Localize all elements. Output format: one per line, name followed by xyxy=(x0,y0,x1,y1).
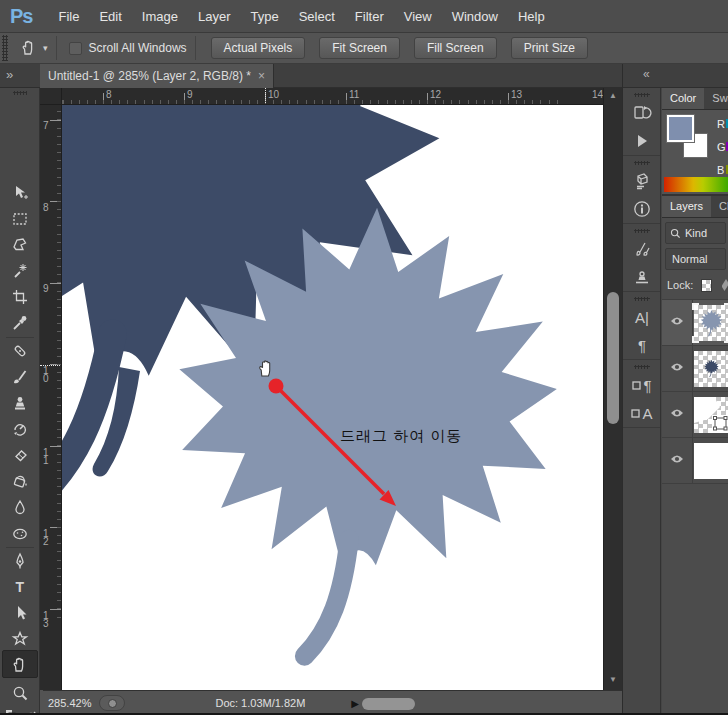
ruler-number: 8 xyxy=(106,89,112,100)
drag-start-dot xyxy=(269,379,284,394)
paragraph-panel-icon[interactable]: ¶ xyxy=(623,331,661,359)
vertical-scrollbar-thumb[interactable] xyxy=(607,292,619,424)
menu-window[interactable]: Window xyxy=(442,9,508,24)
menu-bar: Ps File Edit Image Layer Type Select Fil… xyxy=(0,0,728,33)
actions-panel-icon[interactable] xyxy=(623,127,661,155)
document-tab[interactable]: Untitled-1 @ 285% (Layer 2, RGB/8) * × xyxy=(40,64,274,88)
paint-bucket-tool[interactable] xyxy=(11,472,29,490)
canvas-artwork: 드래그 하여 이동 xyxy=(62,105,603,690)
ruler-origin-corner[interactable] xyxy=(40,88,62,105)
fill-screen-button[interactable]: Fill Screen xyxy=(414,37,497,59)
eraser-tool[interactable] xyxy=(11,446,29,464)
scroll-all-windows-checkbox[interactable] xyxy=(69,42,82,55)
brush-tool[interactable] xyxy=(11,368,29,386)
eyedropper-tool[interactable] xyxy=(11,314,29,332)
lock-row: Lock: xyxy=(662,274,728,296)
ruler-number: 9 xyxy=(187,89,193,100)
sponge-tool[interactable] xyxy=(11,524,29,542)
clone-stamp-tool[interactable] xyxy=(11,394,29,412)
blur-tool[interactable] xyxy=(11,498,29,516)
layers-panel-tabs: Layers Channels xyxy=(662,196,728,218)
history-panel-icon[interactable] xyxy=(623,99,661,127)
layer-thumbnail-white[interactable] xyxy=(694,443,728,479)
visibility-eye-icon[interactable] xyxy=(670,408,684,418)
pen-tool[interactable] xyxy=(11,552,29,570)
layer-row-1[interactable] xyxy=(662,346,728,392)
layer-filter-dropdown[interactable]: Kind xyxy=(665,222,726,244)
history-brush-tool[interactable] xyxy=(11,420,29,438)
status-adobe-drive-icon[interactable] xyxy=(99,695,125,711)
3d-panel-icon[interactable] xyxy=(623,167,661,195)
clone-source-panel-icon[interactable] xyxy=(623,263,661,291)
document-canvas[interactable]: 드래그 하여 이동 xyxy=(62,105,603,690)
menu-image[interactable]: Image xyxy=(132,9,188,24)
tab-swatches[interactable]: Swatches xyxy=(704,88,728,109)
hand-tool[interactable] xyxy=(11,656,29,674)
menu-filter[interactable]: Filter xyxy=(345,9,394,24)
separator xyxy=(195,36,196,60)
close-icon[interactable]: × xyxy=(258,69,265,83)
zoom-level[interactable]: 285.42% xyxy=(48,697,91,709)
channel-r-label: R xyxy=(717,118,725,130)
layer-thumbnail-white-shapes[interactable] xyxy=(694,397,728,433)
info-panel-icon[interactable] xyxy=(623,195,661,223)
menu-file[interactable]: File xyxy=(48,9,89,24)
character-panel-icon[interactable]: A| xyxy=(623,303,661,331)
layer-thumbnail-light-leaf[interactable] xyxy=(694,305,728,341)
horizontal-scrollbar-thumb[interactable] xyxy=(362,698,415,710)
menu-layer[interactable]: Layer xyxy=(188,9,241,24)
spot-healing-brush-tool[interactable] xyxy=(11,342,29,360)
default-colors-icon[interactable] xyxy=(4,708,22,715)
lasso-tool[interactable] xyxy=(11,236,29,254)
layer-row-2[interactable] xyxy=(662,300,728,346)
layer-row-background[interactable] xyxy=(662,438,728,484)
rectangular-marquee-tool[interactable] xyxy=(11,210,29,228)
swap-colors-icon[interactable] xyxy=(22,708,40,715)
menu-help[interactable]: Help xyxy=(508,9,555,24)
paragraph-styles-panel-icon[interactable]: ¶ xyxy=(623,371,661,399)
vertical-ruler: 7 8 9 10 11 12 13 xyxy=(40,105,62,690)
status-menu-arrow-icon[interactable]: ▶ xyxy=(351,698,359,709)
blend-mode-dropdown[interactable]: Normal xyxy=(665,248,726,270)
fit-screen-button[interactable]: Fit Screen xyxy=(319,37,400,59)
expand-panels-icon[interactable]: » xyxy=(6,67,13,82)
visibility-eye-icon[interactable] xyxy=(670,316,684,326)
tab-channels[interactable]: Channels xyxy=(711,196,728,217)
magic-wand-tool[interactable] xyxy=(11,262,29,280)
path-selection-tool[interactable] xyxy=(11,604,29,622)
custom-shape-tool[interactable] xyxy=(11,630,29,648)
tab-color[interactable]: Color xyxy=(662,88,704,109)
type-tool[interactable]: T xyxy=(11,578,29,596)
layer-thumbnail-dark-leaf[interactable] xyxy=(694,351,728,387)
visibility-eye-icon[interactable] xyxy=(670,362,684,372)
collapse-panels-icon[interactable]: « xyxy=(643,67,650,81)
print-size-button[interactable]: Print Size xyxy=(511,37,588,59)
move-tool[interactable] xyxy=(11,184,29,202)
crop-tool[interactable] xyxy=(11,288,29,306)
zoom-tool[interactable] xyxy=(11,684,29,702)
right-panel-dock: « A| ¶ ¶ A xyxy=(622,64,728,715)
layer-list xyxy=(662,299,728,484)
vertical-scrollbar[interactable]: ▲ ▼ xyxy=(603,88,622,690)
character-styles-panel-icon[interactable]: A xyxy=(623,399,661,427)
color-spectrum-ramp[interactable] xyxy=(664,177,728,192)
layer-row-shapes[interactable] xyxy=(662,392,728,438)
visibility-eye-icon[interactable] xyxy=(670,454,684,464)
lock-transparency-icon[interactable] xyxy=(701,279,711,292)
ruler-number: 10 xyxy=(268,89,279,100)
document-title: Untitled-1 @ 285% (Layer 2, RGB/8) * xyxy=(48,69,251,83)
brush-presets-panel-icon[interactable] xyxy=(623,235,661,263)
foreground-color-well[interactable] xyxy=(667,115,694,142)
tab-layers[interactable]: Layers xyxy=(662,196,711,217)
actual-pixels-button[interactable]: Actual Pixels xyxy=(211,37,306,59)
ruler-number: 12 xyxy=(430,89,441,100)
scroll-up-icon[interactable]: ▲ xyxy=(609,91,617,100)
scroll-down-icon[interactable]: ▼ xyxy=(609,675,617,684)
menu-view[interactable]: View xyxy=(394,9,442,24)
menu-type[interactable]: Type xyxy=(241,9,289,24)
menu-edit[interactable]: Edit xyxy=(89,9,131,24)
current-tool-preview[interactable]: ▾ xyxy=(20,39,48,57)
separator xyxy=(56,36,57,60)
menu-select[interactable]: Select xyxy=(289,9,345,24)
lock-pixels-icon[interactable] xyxy=(722,279,728,291)
